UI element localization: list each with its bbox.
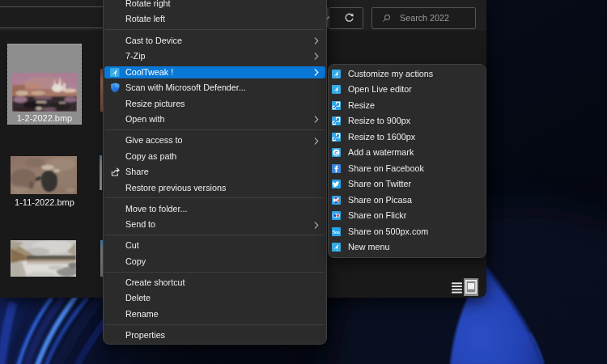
svg-text:5oo: 5oo [333,230,340,234]
svg-text:C: C [334,150,338,155]
